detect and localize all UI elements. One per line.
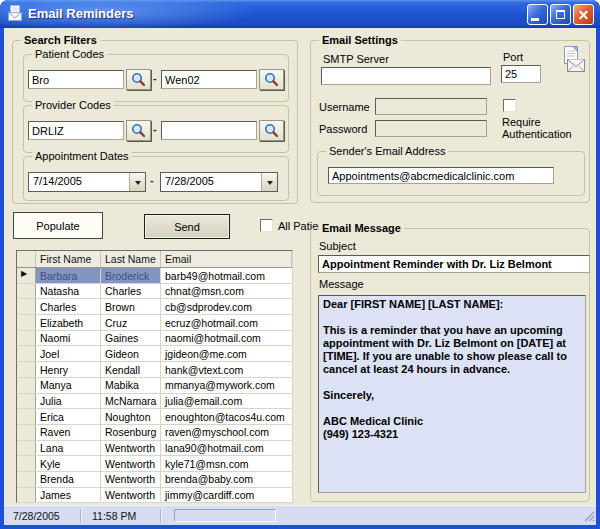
grid-cell[interactable]: Gideon	[101, 346, 161, 361]
appointment-date-to-select[interactable]: 7/28/2005	[160, 172, 278, 192]
close-button[interactable]	[573, 4, 594, 25]
grid-cell[interactable]: enoughton@tacos4u.com	[161, 409, 292, 424]
table-row[interactable]: CharlesBrowncb@sdprodev.com	[17, 299, 292, 315]
grid-cell[interactable]: Charles	[101, 284, 161, 299]
grid-cell[interactable]: Julia	[36, 394, 101, 409]
grid-cell[interactable]: mmanya@mywork.com	[161, 378, 292, 393]
row-selector[interactable]	[17, 299, 36, 314]
grid-cell[interactable]: jgideon@me.com	[161, 346, 292, 361]
table-row[interactable]: NatashaCharleschnat@msn.com	[17, 284, 292, 300]
appointment-date-from-select[interactable]: 7/14/2005	[28, 172, 146, 192]
row-selector[interactable]	[17, 425, 36, 440]
provider-code-to-search-button[interactable]	[259, 120, 284, 141]
provider-code-from-search-button[interactable]	[126, 120, 151, 141]
row-selector[interactable]	[17, 284, 36, 299]
row-selector[interactable]	[17, 456, 36, 471]
table-row[interactable]: ▶BarbaraBroderickbarb49@hotmail.com	[17, 268, 292, 284]
grid-cell[interactable]: kyle71@msn.com	[161, 456, 292, 471]
grid-cell[interactable]: Wentworth	[101, 456, 161, 471]
grid-cell[interactable]: Manya	[36, 378, 101, 393]
subject-input[interactable]	[318, 255, 590, 273]
row-selector[interactable]	[17, 394, 36, 409]
table-row[interactable]: ManyaMabikammanya@mywork.com	[17, 378, 292, 394]
grid-cell[interactable]: Noughton	[101, 409, 161, 424]
column-header-first-name[interactable]: First Name	[36, 251, 101, 267]
grid-cell[interactable]: Mabika	[101, 378, 161, 393]
grid-cell[interactable]: Barbara	[36, 268, 101, 283]
grid-cell[interactable]: Natasha	[36, 284, 101, 299]
grid-cell[interactable]: ecruz@hotmail.com	[161, 315, 292, 330]
grid-cell[interactable]: Wentworth	[101, 488, 161, 503]
table-row[interactable]: LanaWentworthlana90@hotmail.com	[17, 441, 292, 457]
dropdown-button[interactable]	[129, 173, 145, 191]
grid-cell[interactable]: hank@vtext.com	[161, 362, 292, 377]
grid-cell[interactable]: Brenda	[36, 472, 101, 487]
grid-cell[interactable]: Lana	[36, 441, 101, 456]
provider-code-from-input[interactable]	[28, 121, 124, 140]
column-header-email[interactable]: Email	[161, 251, 292, 267]
grid-cell[interactable]: jimmy@cardiff.com	[161, 488, 292, 503]
row-selector[interactable]	[17, 362, 36, 377]
grid-cell[interactable]: Brown	[101, 299, 161, 314]
resize-grip[interactable]	[582, 509, 595, 524]
send-button[interactable]: Send	[144, 214, 230, 239]
sender-email-input[interactable]	[328, 167, 554, 184]
grid-cell[interactable]: Erica	[36, 409, 101, 424]
dropdown-button[interactable]	[261, 173, 277, 191]
grid-cell[interactable]: McNamara	[101, 394, 161, 409]
grid-cell[interactable]: Joel	[36, 346, 101, 361]
patient-code-to-input[interactable]	[161, 70, 257, 89]
grid-cell[interactable]: Gaines	[101, 331, 161, 346]
grid-cell[interactable]: naomi@hotmail.com	[161, 331, 292, 346]
row-selector[interactable]	[17, 315, 36, 330]
patient-code-from-search-button[interactable]	[126, 69, 151, 90]
titlebar[interactable]: Email Reminders	[0, 0, 600, 28]
grid-cell[interactable]: Wentworth	[101, 472, 161, 487]
username-input[interactable]	[375, 98, 487, 115]
row-selector[interactable]	[17, 488, 36, 503]
grid-cell[interactable]: Elizabeth	[36, 315, 101, 330]
smtp-server-input[interactable]	[321, 67, 491, 85]
grid-cell[interactable]: julia@email.com	[161, 394, 292, 409]
patient-code-to-search-button[interactable]	[259, 69, 284, 90]
grid-cell[interactable]: Broderick	[101, 268, 161, 283]
table-row[interactable]: KyleWentworthkyle71@msn.com	[17, 456, 292, 472]
row-selector[interactable]: ▶	[17, 268, 36, 283]
table-row[interactable]: JamesWentworthjimmy@cardiff.com	[17, 488, 292, 503]
password-input[interactable]	[375, 120, 487, 137]
grid-cell[interactable]: barb49@hotmail.com	[161, 268, 292, 283]
table-row[interactable]: JuliaMcNamarajulia@email.com	[17, 394, 292, 410]
grid-cell[interactable]: Wentworth	[101, 441, 161, 456]
grid-cell[interactable]: chnat@msn.com	[161, 284, 292, 299]
all-patients-checkbox[interactable]	[260, 219, 273, 232]
grid-cell[interactable]: raven@myschool.com	[161, 425, 292, 440]
grid-cell[interactable]: Charles	[36, 299, 101, 314]
grid-cell[interactable]: Rosenburg	[101, 425, 161, 440]
maximize-button[interactable]	[550, 4, 571, 25]
table-row[interactable]: HenryKendallhank@vtext.com	[17, 362, 292, 378]
table-row[interactable]: JoelGideonjgideon@me.com	[17, 346, 292, 362]
grid-cell[interactable]: Kyle	[36, 456, 101, 471]
grid-cell[interactable]: cb@sdprodev.com	[161, 299, 292, 314]
populate-button[interactable]: Populate	[13, 212, 103, 239]
grid-cell[interactable]: James	[36, 488, 101, 503]
grid-cell[interactable]: Cruz	[101, 315, 161, 330]
row-selector[interactable]	[17, 441, 36, 456]
port-input[interactable]	[501, 65, 541, 83]
grid-cell[interactable]: Henry	[36, 362, 101, 377]
provider-code-to-input[interactable]	[161, 121, 257, 140]
table-row[interactable]: NaomiGainesnaomi@hotmail.com	[17, 331, 292, 347]
grid-cell[interactable]: Naomi	[36, 331, 101, 346]
row-selector[interactable]	[17, 331, 36, 346]
patient-code-from-input[interactable]	[28, 70, 124, 89]
row-selector[interactable]	[17, 409, 36, 424]
grid-cell[interactable]: Kendall	[101, 362, 161, 377]
row-selector[interactable]	[17, 378, 36, 393]
row-selector[interactable]	[17, 346, 36, 361]
table-row[interactable]: ElizabethCruzecruz@hotmail.com	[17, 315, 292, 331]
row-selector[interactable]	[17, 472, 36, 487]
table-row[interactable]: EricaNoughtonenoughton@tacos4u.com	[17, 409, 292, 425]
table-row[interactable]: RavenRosenburgraven@myschool.com	[17, 425, 292, 441]
grid-cell[interactable]: brenda@baby.com	[161, 472, 292, 487]
require-auth-checkbox[interactable]	[503, 99, 516, 112]
